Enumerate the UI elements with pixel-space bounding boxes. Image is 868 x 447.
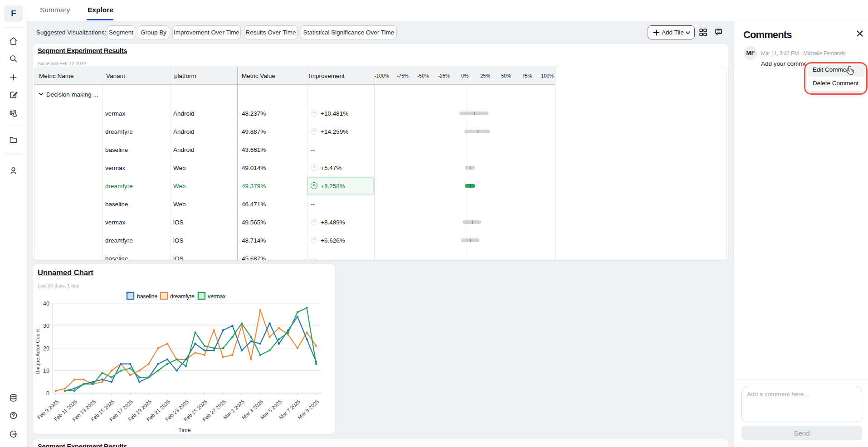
svg-text:20: 20 (43, 345, 49, 352)
svg-text:30: 30 (43, 323, 49, 329)
svg-text:0: 0 (46, 390, 49, 397)
svg-text:baseline: baseline (137, 293, 157, 300)
svg-text:10: 10 (43, 368, 49, 374)
svg-text:40: 40 (43, 301, 49, 307)
svg-text:vermax: vermax (208, 293, 226, 300)
svg-text:Unique Actor Count: Unique Actor Count (35, 329, 40, 374)
svg-text:dreamfyre: dreamfyre (170, 293, 195, 300)
svg-text:Time: Time (178, 427, 190, 433)
